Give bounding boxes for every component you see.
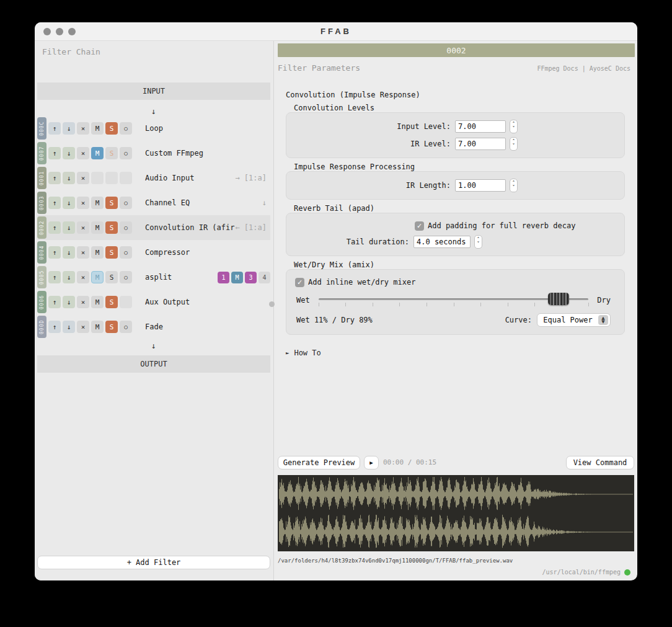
tail-duration-stepper[interactable]: ˄˅ [474, 235, 482, 249]
move-down-button[interactable]: ↓ [63, 147, 75, 159]
move-up-button[interactable]: ↑ [48, 147, 61, 159]
add-filter-button[interactable]: + Add Filter [37, 556, 270, 569]
move-up-button[interactable]: ↑ [48, 246, 61, 259]
options-button[interactable]: ○ [120, 197, 132, 209]
filter-id-badge: 0006 [37, 291, 46, 313]
move-down-button[interactable]: ↓ [63, 321, 75, 333]
remove-filter-button[interactable]: × [77, 296, 89, 308]
solo-button[interactable]: S [105, 147, 118, 159]
filter-row[interactable]: 000D↑↓×MS○Fade [37, 314, 270, 339]
move-down-button[interactable]: ↓ [63, 197, 75, 209]
ir-level-field[interactable]: 7.00 [455, 138, 506, 150]
inline-mixer-checkbox[interactable]: ✓ [295, 278, 304, 287]
move-up-button[interactable]: ↑ [48, 271, 61, 283]
how-to-disclosure[interactable]: ► How To [286, 349, 625, 357]
filter-row[interactable]: 0002↑↓×MS○Convolution IR (afir← [1:a] [37, 215, 270, 240]
split-output-chip[interactable]: 4 [259, 272, 270, 283]
solo-button[interactable]: S [105, 321, 118, 333]
mute-button[interactable]: M [91, 271, 104, 283]
generate-preview-button[interactable]: Generate Preview [278, 456, 360, 469]
mute-button[interactable] [91, 172, 104, 184]
move-up-button[interactable]: ↑ [48, 122, 61, 135]
ffmpeg-docs-link[interactable]: FFmpeg Docs [537, 65, 578, 72]
convolution-levels-group: Convolution Levels Input Level: 7.00 ˄˅ … [286, 112, 625, 158]
solo-button[interactable]: S [105, 221, 118, 234]
tail-duration-field[interactable]: 4.0 seconds [413, 236, 471, 248]
mute-button[interactable]: M [91, 221, 104, 234]
mute-button[interactable]: M [91, 246, 104, 259]
mute-button[interactable]: M [91, 321, 104, 333]
slider-handle[interactable] [548, 293, 569, 305]
solo-button[interactable]: S [105, 197, 118, 209]
filter-row[interactable]: 0006↑↓×MSAux Output [37, 290, 270, 314]
input-level-field[interactable]: 7.00 [455, 120, 506, 133]
solo-button[interactable]: S [105, 122, 118, 135]
options-button[interactable]: ○ [120, 246, 132, 259]
move-down-button[interactable]: ↓ [63, 271, 75, 283]
options-button[interactable]: ○ [120, 221, 132, 234]
filter-row[interactable]: 0004↑↓×MS○Compressor [37, 240, 270, 265]
filter-id-badge: 0007 [37, 142, 46, 164]
group-label: Convolution Levels [291, 104, 378, 112]
remove-filter-button[interactable]: × [77, 321, 89, 333]
mute-button[interactable]: M [91, 296, 104, 308]
mute-button[interactable]: M [91, 147, 104, 159]
solo-button[interactable] [105, 172, 118, 184]
move-down-button[interactable]: ↓ [63, 172, 75, 184]
panel-splitter-handle[interactable] [269, 301, 275, 307]
remove-filter-button[interactable]: × [77, 147, 89, 159]
filter-row[interactable]: 000C↑↓×MS○Loop [37, 116, 270, 141]
wet-dry-mix-group: Wet/Dry Mix (amix) ✓ Add inline wet/dry … [286, 269, 625, 335]
move-up-button[interactable]: ↑ [48, 197, 61, 209]
move-up-button[interactable]: ↑ [48, 172, 61, 184]
options-button[interactable]: ○ [120, 147, 132, 159]
split-output-chip[interactable]: M [231, 272, 243, 283]
remove-filter-button[interactable]: × [77, 122, 89, 135]
remove-filter-button[interactable]: × [77, 221, 89, 234]
filter-row[interactable]: 0003↑↓×MS○Channel EQ↓ [37, 190, 270, 215]
mix-ratio-text: Wet 11% / Dry 89% [296, 316, 373, 324]
remove-filter-button[interactable]: × [77, 271, 89, 283]
play-button[interactable]: ▶ [364, 456, 379, 469]
split-output-chip[interactable]: 1 [218, 272, 229, 283]
wet-dry-slider[interactable] [319, 291, 589, 309]
output-node[interactable]: OUTPUT [37, 355, 270, 373]
mute-button[interactable]: M [91, 122, 104, 135]
move-down-button[interactable]: ↓ [63, 246, 75, 259]
options-button[interactable] [120, 296, 132, 308]
mute-button[interactable]: M [91, 197, 104, 209]
filter-id-badge: 0005 [37, 266, 46, 288]
filter-name-label: asplit [145, 273, 216, 282]
ir-level-stepper[interactable]: ˄˅ [510, 137, 518, 151]
pad-checkbox[interactable]: ✓ [415, 221, 424, 231]
remove-filter-button[interactable]: × [77, 197, 89, 209]
filter-row[interactable]: 0007↑↓×MS○Custom FFmpeg [37, 141, 270, 166]
options-button[interactable]: ○ [120, 122, 132, 135]
options-button[interactable] [120, 172, 132, 184]
remove-filter-button[interactable]: × [77, 172, 89, 184]
options-button[interactable]: ○ [120, 321, 132, 333]
curve-dropdown[interactable]: Equal Power ▲▼ [537, 313, 611, 327]
solo-button[interactable]: S [105, 246, 118, 259]
move-down-button[interactable]: ↓ [63, 221, 75, 234]
view-command-button[interactable]: View Command [566, 456, 634, 469]
input-level-stepper[interactable]: ˄˅ [510, 120, 518, 133]
ayosec-docs-link[interactable]: AyoseC Docs [590, 65, 630, 72]
solo-button[interactable]: S [105, 271, 118, 283]
remove-filter-button[interactable]: × [77, 246, 89, 259]
options-button[interactable]: ○ [120, 271, 132, 283]
move-down-button[interactable]: ↓ [63, 296, 75, 308]
ffmpeg-path-text: /usr/local/bin/ffmpeg [542, 569, 621, 576]
move-up-button[interactable]: ↑ [48, 296, 61, 308]
ir-length-stepper[interactable]: ˄˅ [510, 179, 518, 192]
move-up-button[interactable]: ↑ [48, 221, 61, 234]
move-down-button[interactable]: ↓ [63, 122, 75, 135]
group-label: Impulse Response Processing [291, 162, 418, 171]
ir-length-field[interactable]: 1.00 [455, 179, 506, 192]
move-up-button[interactable]: ↑ [48, 321, 61, 333]
filter-row[interactable]: 0001↑↓×Audio Input→ [1:a] [37, 166, 270, 190]
filter-row[interactable]: 0005↑↓×MS○asplit1M34 [37, 265, 270, 290]
solo-button[interactable]: S [105, 296, 118, 308]
split-output-chip[interactable]: 3 [245, 272, 257, 283]
input-node[interactable]: INPUT [37, 82, 270, 100]
